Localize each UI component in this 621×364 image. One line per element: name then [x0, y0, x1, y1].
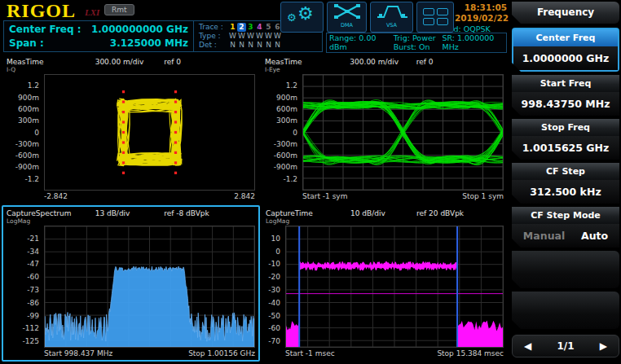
panel-ref: ref -8 dBVpk	[164, 208, 258, 218]
time-readout: 18:31:05	[455, 2, 507, 13]
softkey-value: 1.0000000 GHz	[513, 46, 618, 70]
trace-4[interactable]: 4	[255, 23, 264, 32]
dma-label: DMA	[328, 22, 366, 29]
y-tick: -21	[27, 235, 39, 243]
y-tick: 300m	[18, 116, 39, 125]
x-axis-left-label: -2.842	[44, 191, 68, 203]
panel-sublabel: I-Eye	[262, 67, 507, 74]
menu-title: Frequency	[512, 2, 619, 24]
y-tick: -30	[268, 286, 280, 294]
iq-vector-plot[interactable]	[44, 74, 255, 191]
y-tick: -600m	[274, 151, 297, 160]
trace-types: WWWWWW	[228, 32, 282, 40]
y-tick: -99	[27, 312, 39, 320]
y-tick: 0	[275, 248, 280, 256]
y-tick: -300m	[274, 140, 297, 148]
status-bar: RIGOL LXI Rmt Center Freq : 1.000000000 …	[0, 0, 509, 54]
capture-time-plot[interactable]	[285, 226, 504, 348]
gear-small-icon: ⚙	[287, 11, 297, 24]
center-freq-label: Center Freq :	[9, 23, 81, 37]
panel-sublabel: LogMag	[3, 218, 258, 226]
panel-ref: ref 20 dBVpk	[416, 208, 507, 218]
softkey-menu: Frequency Center Freq 1.0000000 GHz Star…	[509, 0, 621, 364]
trace-5[interactable]: 5	[264, 23, 273, 32]
capture-time-panel[interactable]: CaptureTime 10 dB/div ref 20 dBVpk LogMa…	[262, 207, 507, 360]
softkey-cf-step-mode[interactable]: CF Step Mode Manual Auto	[512, 207, 619, 248]
softkey-label: Center Freq	[513, 29, 618, 46]
option-manual[interactable]: Manual	[523, 224, 565, 248]
softkey-value: 312.500 kHz	[512, 180, 619, 204]
type-row-label: Type :	[199, 32, 228, 41]
softkey-cf-step[interactable]: CF Step 312.500 kHz	[512, 163, 619, 204]
page-indicator: 1/1	[557, 340, 574, 352]
settings-button[interactable]: ⚙ ⚙	[280, 2, 324, 33]
y-tick: 600m	[18, 105, 39, 113]
trace-2[interactable]: 2	[237, 23, 246, 32]
softkey-value: 998.43750 MHz	[512, 92, 619, 116]
sr-readout: SR: 1.000000 MHz	[442, 33, 504, 51]
capture-spectrum-panel[interactable]: CaptureSpectrum 13 dB/div ref -8 dBVpk L…	[2, 205, 260, 362]
type-value: W	[264, 32, 273, 41]
det-value: N	[237, 41, 246, 50]
y-tick: -70	[268, 337, 280, 345]
trace-detectors: NNNNNN	[228, 41, 282, 49]
panel-name: MeasTime	[3, 57, 95, 67]
capture-spectrum-plot[interactable]	[44, 226, 255, 348]
y-tick: -73	[27, 286, 39, 294]
center-freq-value: 1.000000000 GHz	[91, 23, 188, 37]
y-axis-ticks: 1.2900m600m300m0-300m-600m-900m-1.2	[262, 74, 301, 191]
gear-icon: ⚙	[297, 3, 314, 24]
y-tick: -900m	[15, 163, 39, 171]
y-tick: 0	[34, 129, 39, 137]
eye-diagram-plot[interactable]	[302, 74, 504, 191]
vsa-mode-button[interactable]: VSA	[370, 2, 413, 33]
type-value: W	[273, 32, 282, 41]
y-axis-ticks: 1.2900m600m300m0-300m-600m-900m-1.2	[3, 74, 42, 191]
panel-ref: ref 0	[416, 57, 507, 67]
bandpass-filter-icon	[375, 2, 409, 20]
prev-page-arrow[interactable]: ◀	[524, 340, 531, 352]
softkey-blank-1[interactable]	[512, 251, 619, 288]
softkey-center-freq[interactable]: Center Freq 1.0000000 GHz	[512, 28, 619, 72]
date-readout: 2019/02/22	[455, 13, 507, 24]
y-tick: -900m	[274, 163, 297, 171]
softkey-stop-freq[interactable]: Stop Freq 1.0015625 GHz	[512, 119, 619, 160]
det-value: N	[246, 41, 255, 50]
y-tick: 1.2	[28, 81, 39, 90]
softkey-start-freq[interactable]: Start Freq 998.43750 MHz	[512, 75, 619, 116]
softkey-blank-2[interactable]	[512, 292, 619, 329]
rigol-logo: RIGOL	[7, 0, 76, 22]
y-axis-ticks: 100-10-20-30-40-50-60-70	[262, 226, 284, 348]
window-layout-icon	[417, 8, 453, 25]
y-tick: -10	[268, 260, 280, 268]
softkey-value: 1.0015625 GHz	[512, 136, 619, 160]
page-nav[interactable]: ◀ 1/1 ▶	[512, 335, 619, 357]
y-tick: -86	[27, 299, 39, 307]
next-page-arrow[interactable]: ▶	[600, 340, 607, 352]
option-auto[interactable]: Auto	[581, 224, 608, 248]
span-value: 3.125000 MHz	[110, 37, 188, 50]
trace-3[interactable]: 3	[246, 23, 255, 32]
panel-scale: 300.00 m/div	[350, 57, 416, 67]
remote-badge: Rmt	[104, 4, 134, 15]
y-tick: -1.2	[24, 175, 39, 183]
panel-scale: 13 dB/div	[95, 208, 165, 218]
dma-mode-button[interactable]: DMA	[327, 2, 367, 33]
det-value: N	[264, 41, 273, 50]
y-tick: -1.2	[283, 175, 297, 183]
y-tick: -112	[23, 324, 39, 332]
det-value: N	[255, 41, 264, 50]
vsa-label: VSA	[371, 22, 412, 29]
y-tick: -60	[268, 324, 280, 332]
det-row-label: Det :	[199, 41, 228, 50]
det-value: N	[228, 41, 237, 50]
iq-vector-panel[interactable]: MeasTime 300.00 m/div ref 0 I-Q 1.2900m6…	[3, 55, 258, 203]
x-axis-right-label: 2.842	[234, 191, 255, 203]
panel-scale: 300.00 m/div	[95, 57, 165, 67]
window-layout-button[interactable]	[416, 2, 454, 33]
eye-diagram-panel[interactable]: MeasTime 300.00 m/div ref 0 I-Eye 1.2900…	[262, 55, 507, 203]
trig-readout: Trig: Power	[394, 33, 438, 42]
y-tick: -34	[27, 248, 39, 256]
softkey-label: CF Step Mode	[512, 207, 619, 224]
trace-1[interactable]: 1	[228, 23, 237, 32]
